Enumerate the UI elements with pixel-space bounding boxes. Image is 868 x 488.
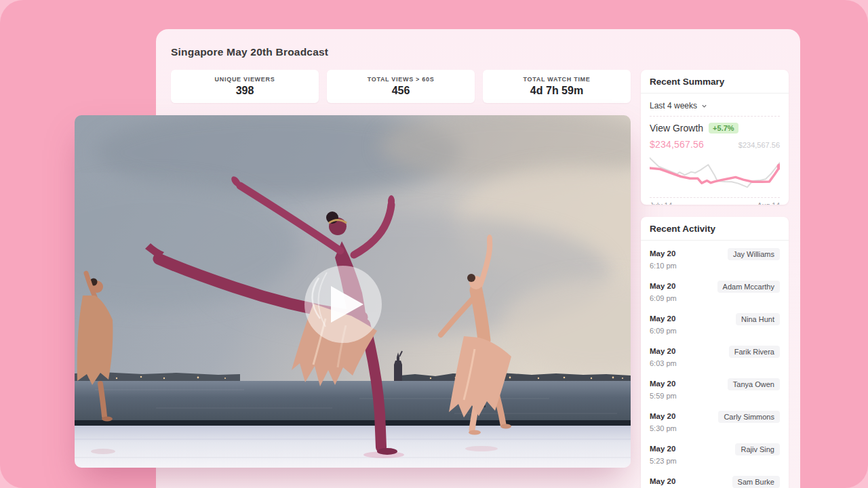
activity-row: May 20 Sam Burke (650, 472, 780, 488)
recent-activity-card: Recent Activity May 20 6:10 pm Jay Willi… (641, 217, 789, 488)
date-range-label: Last 4 weeks (650, 101, 697, 110)
activity-row: May 20 5:59 pm Tanya Owen (650, 375, 780, 407)
chart-end-date: Aug 14 (757, 201, 780, 205)
stat-card-total-views: TOTAL VIEWS > 60S 456 (327, 70, 475, 103)
growth-badge: +5.7% (709, 123, 738, 134)
stat-card-watch-time: TOTAL WATCH TIME 4d 7h 59m (483, 70, 631, 103)
activity-row: May 20 5:30 pm Carly Simmons (650, 407, 780, 440)
activity-time: 6:03 pm (650, 359, 780, 367)
play-button[interactable] (304, 266, 382, 343)
stat-card-unique-viewers: UNIQUE VIEWERS 398 (171, 70, 319, 103)
recent-summary-card: Recent Summary Last 4 weeks View Growth … (641, 70, 789, 205)
activity-time: 5:30 pm (650, 424, 780, 432)
activity-row: May 20 5:23 pm Rajiv Sing (650, 440, 780, 472)
growth-metric-label: View Growth (650, 123, 703, 134)
activity-user-chip[interactable]: Adam Mccarthy (717, 281, 780, 293)
activity-row: May 20 6:10 pm Jay Williams (650, 245, 780, 277)
stat-value: 456 (392, 85, 410, 97)
activity-time: 6:09 pm (650, 294, 780, 302)
stat-label: TOTAL WATCH TIME (523, 76, 590, 83)
activity-time: 6:10 pm (650, 262, 780, 270)
stat-label: UNIQUE VIEWERS (215, 76, 275, 83)
activity-user-chip[interactable]: Carly Simmons (718, 411, 780, 423)
stats-row: UNIQUE VIEWERS 398 TOTAL VIEWS > 60S 456… (171, 70, 631, 103)
current-value: $234,567.56 (650, 139, 704, 150)
stat-value: 4d 7h 59m (530, 85, 583, 97)
recent-summary-title: Recent Summary (641, 70, 789, 94)
stage-floor (75, 426, 631, 468)
activity-row: May 20 6:09 pm Nina Hunt (650, 310, 780, 342)
previous-value: $234,567.56 (738, 141, 780, 149)
activity-user-chip[interactable]: Sam Burke (732, 476, 780, 488)
activity-time: 6:09 pm (650, 327, 780, 335)
water (75, 381, 631, 422)
activity-user-chip[interactable]: Tanya Owen (728, 378, 780, 390)
activity-time: 5:59 pm (650, 392, 780, 400)
stage-edge (75, 420, 631, 426)
activity-time: 5:23 pm (650, 457, 780, 465)
recent-activity-title: Recent Activity (641, 217, 789, 241)
page-title: Singapore May 20th Broadcast (171, 46, 328, 58)
stat-value: 398 (236, 85, 254, 97)
activity-row: May 20 6:09 pm Adam Mccarthy (650, 277, 780, 310)
growth-sparkline (650, 154, 780, 198)
activity-user-chip[interactable]: Farik Rivera (729, 346, 780, 358)
chevron-down-icon (701, 103, 707, 109)
video-thumbnail (75, 115, 631, 468)
activity-user-chip[interactable]: Nina Hunt (736, 313, 780, 325)
activity-row: May 20 6:03 pm Farik Rivera (650, 342, 780, 375)
activity-user-chip[interactable]: Jay Williams (728, 248, 780, 260)
activity-list: May 20 6:10 pm Jay Williams May 20 6:09 … (641, 241, 789, 488)
chart-start-date: July 14 (650, 201, 672, 205)
activity-user-chip[interactable]: Rajiv Sing (735, 443, 780, 455)
stat-label: TOTAL VIEWS > 60S (368, 76, 435, 83)
video-player[interactable] (75, 115, 631, 468)
date-range-dropdown[interactable]: Last 4 weeks (650, 99, 780, 117)
